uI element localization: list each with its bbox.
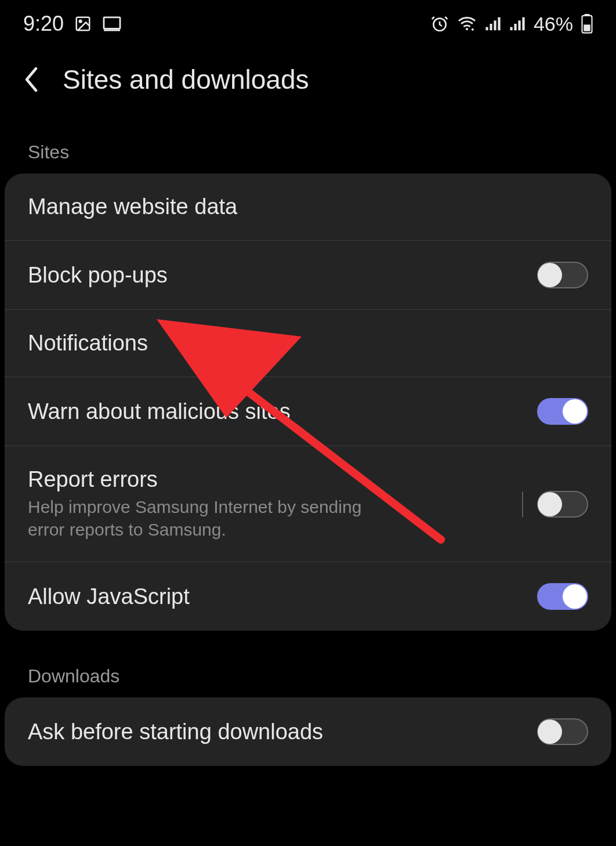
allow-javascript-title: Allow JavaScript	[28, 584, 537, 609]
svg-rect-10	[514, 24, 516, 30]
status-time: 9:20	[23, 12, 64, 36]
report-errors-subtitle: Help improve Samsung Internet by sending…	[28, 496, 387, 541]
signal-icon-2	[509, 16, 526, 31]
block-popups-toggle[interactable]	[537, 262, 588, 288]
allow-javascript-row[interactable]: Allow JavaScript	[5, 562, 611, 631]
svg-rect-12	[522, 17, 524, 30]
svg-rect-11	[518, 20, 520, 30]
block-popups-row[interactable]: Block pop-ups	[5, 241, 611, 310]
status-bar-left: 9:20	[23, 12, 122, 36]
allow-javascript-toggle[interactable]	[537, 583, 588, 610]
svg-rect-15	[584, 24, 590, 31]
battery-percent: 46%	[534, 13, 573, 35]
status-bar: 9:20	[0, 0, 616, 41]
ask-before-downloads-toggle[interactable]	[537, 718, 588, 745]
alarm-icon	[430, 15, 449, 33]
svg-rect-7	[494, 20, 496, 30]
page-title: Sites and downloads	[63, 64, 309, 95]
manage-website-data-row[interactable]: Manage website data	[5, 173, 611, 241]
section-label-sites: Sites	[0, 107, 616, 173]
section-label-downloads: Downloads	[0, 631, 616, 697]
ask-before-downloads-row[interactable]: Ask before starting downloads	[5, 697, 611, 766]
warn-malicious-row[interactable]: Warn about malicious sites	[5, 377, 611, 446]
signal-icon-1	[485, 16, 501, 31]
svg-rect-2	[104, 17, 120, 29]
sites-group: Manage website data Block pop-ups Notifi…	[5, 173, 611, 631]
svg-point-1	[79, 20, 82, 23]
svg-rect-8	[498, 17, 500, 30]
manage-website-data-title: Manage website data	[28, 194, 588, 219]
screen-icon	[102, 16, 122, 32]
warn-malicious-title: Warn about malicious sites	[28, 399, 537, 424]
warn-malicious-toggle[interactable]	[537, 398, 588, 425]
svg-rect-9	[510, 27, 512, 31]
picture-icon	[74, 15, 92, 32]
report-errors-title: Report errors	[28, 467, 522, 492]
block-popups-title: Block pop-ups	[28, 263, 537, 288]
report-errors-toggle[interactable]	[537, 491, 588, 518]
notifications-title: Notifications	[28, 331, 588, 356]
downloads-group: Ask before starting downloads	[5, 697, 611, 766]
back-button[interactable]	[23, 67, 39, 92]
status-bar-right: 46%	[430, 13, 593, 35]
header: Sites and downloads	[0, 41, 616, 107]
divider-icon	[522, 491, 523, 517]
battery-icon	[581, 14, 593, 34]
svg-rect-6	[490, 24, 492, 30]
wifi-icon	[457, 16, 477, 32]
svg-rect-5	[485, 27, 488, 31]
report-errors-row[interactable]: Report errors Help improve Samsung Inter…	[5, 446, 611, 562]
ask-before-downloads-title: Ask before starting downloads	[28, 720, 537, 744]
notifications-row[interactable]: Notifications	[5, 310, 611, 377]
